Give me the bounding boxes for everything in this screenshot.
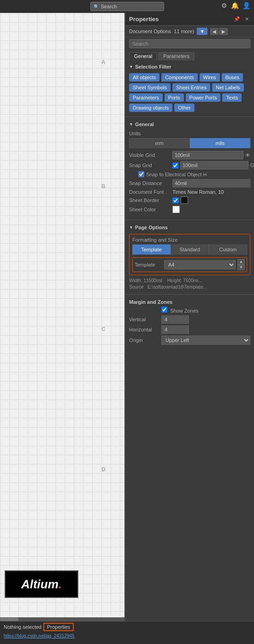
show-zones-checkbox[interactable] — [161, 307, 167, 313]
copy-to-btn[interactable]: ▶ — [219, 28, 228, 35]
filter-texts[interactable]: Texts — [222, 93, 242, 102]
template-up-btn[interactable]: ▲ — [237, 259, 245, 265]
settings-icon[interactable]: ⚙ — [221, 2, 227, 9]
altium-text: Altium. — [21, 577, 62, 592]
snap-distance-input[interactable] — [172, 179, 250, 187]
copy-icons: ◀ ▶ — [210, 28, 228, 35]
template-select[interactable]: A4 A3 A2 Letter — [164, 260, 236, 269]
doc-font-row: Document Font Times New Roman, 10 — [129, 189, 250, 195]
filter-other[interactable]: Other — [174, 104, 195, 112]
search-bar[interactable]: 🔍 Search — [90, 2, 164, 11]
sheet-border-checkbox[interactable] — [172, 197, 179, 203]
divider-1 — [125, 116, 254, 117]
copy-from-btn[interactable]: ◀ — [210, 28, 219, 35]
filter-drawing-objects[interactable]: Drawing objects — [129, 104, 172, 112]
snap-distance-row: Snap Distance — [129, 179, 250, 187]
close-icon[interactable]: ✕ — [243, 16, 250, 23]
snap-electrical-row: Snap to Electrical Object H — [129, 171, 250, 177]
visible-grid-input[interactable] — [172, 151, 243, 159]
pin-icon[interactable]: 📌 — [232, 16, 242, 23]
properties-panel: Properties 📌 ✕ Document Options 11 more)… — [125, 13, 254, 621]
status-top: Nothing selected Properties — [0, 621, 254, 632]
tab-general[interactable]: General — [129, 52, 157, 60]
format-tab-template[interactable]: Template — [132, 244, 171, 255]
format-tab-custom[interactable]: Custom — [209, 244, 247, 255]
filter-parameters[interactable]: Parameters — [129, 93, 163, 102]
filter-wires[interactable]: Wires — [200, 73, 220, 81]
snap-electrical-checkbox[interactable] — [138, 171, 144, 177]
canvas-label-a: A — [101, 59, 106, 65]
divider-3 — [125, 294, 254, 295]
doc-options-row: Document Options 11 more) ▼ ◀ ▶ — [125, 26, 254, 37]
doc-font-value: Times New Roman, 10 — [172, 189, 224, 195]
page-options-section: Formatting and Size Template Standard Cu… — [125, 232, 254, 291]
units-row: mm mils — [129, 138, 250, 148]
general-arrow: ▼ — [129, 122, 133, 127]
notifications-icon[interactable]: 🔔 — [231, 2, 239, 9]
template-label: Template — [135, 262, 162, 267]
sheet-border-label: Sheet Border — [129, 197, 171, 203]
visible-grid-icon[interactable]: 👁 — [245, 152, 250, 158]
search-icon: 🔍 — [94, 4, 99, 9]
template-down-btn[interactable]: ▼ — [237, 265, 245, 270]
page-options-label: Page Options — [135, 225, 168, 230]
horizontal-row: Horizontal — [129, 325, 250, 334]
tab-parameters[interactable]: Parameters — [158, 52, 195, 60]
sheet-color-row: Sheet Color — [129, 206, 250, 213]
sheet-color-swatch[interactable] — [172, 206, 180, 213]
format-tab-standard[interactable]: Standard — [171, 244, 209, 255]
page-options-arrow: ▼ — [129, 225, 133, 230]
horizontal-scrollbar[interactable] — [0, 617, 124, 621]
source-info: Source E:\softdown\ad18\Template... — [129, 284, 250, 290]
doc-options-label: Document Options — [129, 29, 171, 34]
unit-mils-btn[interactable]: mils — [190, 138, 251, 148]
panel-search-input[interactable] — [129, 39, 250, 48]
tabs-row: General Parameters — [125, 50, 254, 62]
selection-filter-header: ▼ Selection Filter — [125, 62, 254, 71]
filter-sheet-symbols[interactable]: Sheet Symbols — [129, 83, 171, 92]
formatting-header: Formatting and Size — [132, 237, 247, 243]
snap-grid-checkbox[interactable] — [172, 162, 178, 168]
panel-search — [125, 37, 254, 50]
filter-sheet-entries[interactable]: Sheet Entries — [172, 83, 210, 92]
snap-grid-input[interactable] — [180, 161, 248, 169]
general-label: General — [135, 122, 154, 127]
sheet-border-row: Sheet Border — [129, 197, 250, 204]
status-url[interactable]: https://blog.csdn.net/qq_24312945 — [0, 632, 254, 639]
selection-filter-label: Selection Filter — [135, 64, 171, 70]
properties-tab[interactable]: Properties — [43, 623, 74, 631]
source-label: Source — [129, 284, 144, 290]
filter-net-labels[interactable]: Net Labels — [212, 83, 244, 92]
filter-buses[interactable]: Buses — [222, 73, 243, 81]
user-icon[interactable]: 👤 — [242, 2, 250, 9]
show-zones-label: Show Zones — [129, 307, 198, 313]
source-value: E:\softdown\ad18\Template... — [148, 284, 207, 290]
general-section-header: ▼ General — [125, 120, 254, 129]
height-label: Height: — [167, 278, 182, 283]
altium-dot: . — [59, 577, 62, 591]
horizontal-input[interactable] — [161, 325, 189, 334]
visible-grid-row: Visible Grid 👁 — [129, 151, 250, 159]
general-props: Units mm mils Visible Grid 👁 Snap Grid G… — [125, 129, 254, 217]
template-row: Template A4 A3 A2 Letter ▲ ▼ — [132, 257, 247, 272]
show-zones-row: Show Zones — [129, 307, 250, 313]
snap-distance-label: Snap Distance — [129, 180, 171, 186]
origin-select[interactable]: Upper Left Lower Left Upper Right Lower … — [161, 336, 250, 345]
canvas-label-d: D — [101, 466, 106, 473]
filter-button[interactable]: ▼ — [197, 28, 207, 35]
filter-components[interactable]: Components — [161, 73, 197, 81]
vertical-input[interactable] — [161, 315, 189, 324]
margin-header-label: Margin and Zones — [129, 299, 172, 305]
top-right-icons: ⚙ 🔔 👤 — [221, 2, 250, 9]
status-bar: Nothing selected Properties https://blog… — [0, 621, 254, 644]
snap-grid-key: G — [250, 162, 254, 168]
sheet-border-color[interactable] — [181, 197, 188, 204]
scrollbar-thumb[interactable] — [0, 618, 18, 621]
canvas-label-c: C — [101, 326, 106, 332]
canvas-grid — [0, 13, 124, 621]
unit-mm-btn[interactable]: mm — [129, 138, 190, 148]
panel-header: Properties 📌 ✕ — [125, 13, 254, 26]
filter-all-objects[interactable]: All objects — [129, 73, 159, 81]
filter-ports[interactable]: Ports — [165, 93, 184, 102]
filter-power-ports[interactable]: Power Ports — [186, 93, 221, 102]
